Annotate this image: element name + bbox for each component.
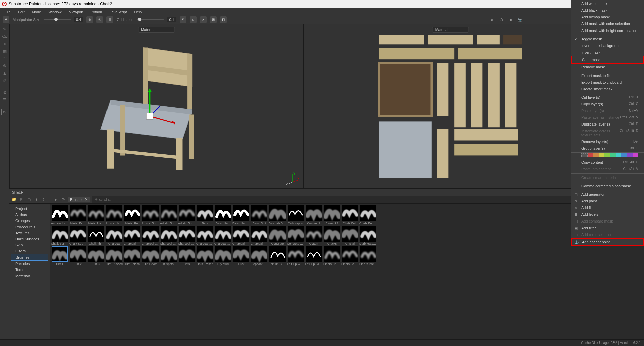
ctx-export-mask-file[interactable]: Export mask to file [571,72,644,79]
menu-viewport[interactable]: Viewport [66,9,87,15]
shelf-cat-skin[interactable]: Skin [11,242,48,248]
brush-item[interactable]: Dry Mud [214,246,232,266]
brush-item[interactable]: Basic Hard [214,205,232,225]
ctx-remove-mask[interactable]: Remove mask [571,64,644,70]
brush-item[interactable]: Dirt 1 [51,246,69,266]
brush-item[interactable]: Cracks [323,226,341,245]
brush-item[interactable]: Dirt Spots [142,246,159,266]
brush-item[interactable]: Bark [196,205,214,225]
folder-icon[interactable]: 📁 [11,197,17,202]
snap-tool-icon[interactable]: ◎ [96,16,103,23]
brush-item[interactable]: Artistic Soft ... [160,205,177,225]
viewport-3d[interactable]: Material [9,24,304,189]
shelf-cat-alphas[interactable]: Alphas [11,212,48,218]
video-icon[interactable]: ■ [508,17,514,23]
search-input[interactable] [92,196,581,203]
brush-item[interactable]: Charcoal [105,226,123,245]
ctx-clear-mask[interactable]: Clear mask [571,56,644,64]
tab-close-icon[interactable]: ✕ [85,197,88,202]
brush-item[interactable]: Basic Soft [251,205,268,225]
manipulator-slider[interactable] [44,19,71,20]
filter-icon[interactable]: ▼ [53,197,58,202]
ctx-copy-layer[interactable]: Copy layer(s)Ctrl+C [571,101,644,107]
brush-item[interactable]: Artistic Soft ... [178,205,196,225]
shelf-cat-brushes[interactable]: Brushes [11,254,48,261]
eraser-tool-icon[interactable]: ⌫ [1,33,8,40]
brush-item[interactable]: Cotton [305,226,323,245]
menu-help[interactable]: Help [131,9,145,15]
brush-item[interactable]: Basmati Bru... [269,205,286,225]
ctx-invert-mask[interactable]: Invert mask [571,49,644,56]
ctx-add-black-mask[interactable]: Add black mask [571,7,644,14]
brush-item[interactable]: Fibers Dense [323,246,341,266]
brush-item[interactable]: Charcoal Wi... [251,226,268,245]
toolbar-icon-1[interactable]: ⇱ [180,16,186,23]
menu-edit[interactable]: Edit [15,9,28,15]
ctx-add-white-mask[interactable]: Add white mask [571,0,644,7]
brush-item[interactable]: Calligraphic [287,205,304,225]
brush-item[interactable]: Dirt Spots ... [160,246,177,266]
ctx-invert-mask-bg[interactable]: Invert mask background [571,42,644,49]
brush-item[interactable]: Artistic Soft ... [142,205,159,225]
menu-file[interactable]: File [1,9,14,15]
ctx-add-paint[interactable]: ✎Add paint [571,198,644,204]
render-icon[interactable]: ◈ [489,17,495,23]
brush-item[interactable]: Charcoal M... [196,226,214,245]
brush-item[interactable]: Dots Erased [196,246,214,266]
brush-item[interactable]: Chalk Spread [51,226,69,245]
brush-item[interactable]: Dirt Brushed [105,246,123,266]
ps-icon[interactable]: Ps [1,109,8,115]
smudge-tool-icon[interactable]: 〰 [1,55,8,62]
shelf-cat-tools[interactable]: Tools [11,267,48,273]
shelf-cat-hard-surfaces[interactable]: Hard Surfaces [11,236,48,242]
brush-item[interactable]: Charcoal Li... [142,226,159,245]
brush-item[interactable]: Elephant Skin [251,246,268,266]
cube-icon[interactable]: ⬡ [498,17,504,23]
settings-icon[interactable]: ⚙ [1,89,8,96]
brush-item[interactable]: Artistic Hea... [105,205,123,225]
ctx-add-color-selection-mask[interactable]: Add mask with color selection [571,20,644,27]
brush-item[interactable]: Concrete Li... [287,226,304,245]
brush-item[interactable]: Archive Inker [51,205,69,225]
shelf-cat-procedurals[interactable]: Procedurals [11,224,48,230]
brush-item[interactable]: Chalk Strong [69,226,87,245]
camera-icon[interactable]: 📷 [517,17,523,23]
ctx-toggle-mask[interactable]: Toggle mask [571,36,644,42]
brush-item[interactable]: Artistic Print [124,205,141,225]
ctx-export-mask-clipboard[interactable]: Export mask to clipboard [571,79,644,86]
ctx-create-smart-mask[interactable]: Create smart mask [571,86,644,92]
brush-item[interactable]: Fetl Tip Large [305,246,323,266]
shelf-cat-grunges[interactable]: Grunges [11,218,48,224]
grid-tool-icon[interactable]: ⊕ [86,16,93,23]
brush-item[interactable]: Fibers Feather [341,246,359,266]
ctx-add-height-mask[interactable]: Add mask with height combination [571,27,644,34]
ctx-add-anchor-point[interactable]: ⚓Add anchor point [571,238,644,246]
brush-item[interactable]: Cement 2 [323,205,341,225]
viewport-3d-mode-dropdown[interactable]: Material [138,27,175,33]
brush-item[interactable]: Dots [178,246,196,266]
toolbar-icon-3[interactable]: ⤢ [200,16,207,23]
shelf-cat-filters[interactable]: Filters [11,248,48,254]
brush-item[interactable]: Felt Tip Wat... [287,246,304,266]
ctx-add-fill[interactable]: ◈Add fill [571,204,644,211]
refresh-icon[interactable]: ⟳ [60,197,66,202]
view-icon[interactable]: 👁 [34,197,39,202]
brush-item[interactable]: Charcoal M... [178,226,196,245]
grid-display-icon[interactable]: ⊞ [106,16,113,23]
toolbar-icon-5[interactable]: ◧ [220,16,227,23]
ctx-add-generator[interactable]: ◻Add generator [571,191,644,198]
clone-tool-icon[interactable]: ⊕ [1,62,8,69]
picker-tool-icon[interactable]: ✐ [1,77,8,84]
move-tool-icon[interactable]: ✥ [3,16,9,23]
menu-javascript[interactable]: JavaScript [106,9,130,15]
toolbar-icon-2[interactable]: ⎋ [190,16,197,23]
brush-item[interactable]: Dirt 3 [87,246,105,266]
shelf-cat-project[interactable]: Project [11,206,48,212]
brush-tool-icon[interactable]: ✎ [1,26,8,32]
brush-item[interactable]: Felt Tip Small [269,246,286,266]
ctx-color-tags[interactable] [581,153,638,157]
projection-tool-icon[interactable]: ◈ [1,40,8,47]
ctx-cut-layer[interactable]: Cut layer(s)Ctrl+X [571,94,644,101]
brush-item[interactable]: Charcoal M... [160,226,177,245]
ctx-group-layer[interactable]: Group layer(s)Ctrl+G [571,145,644,152]
